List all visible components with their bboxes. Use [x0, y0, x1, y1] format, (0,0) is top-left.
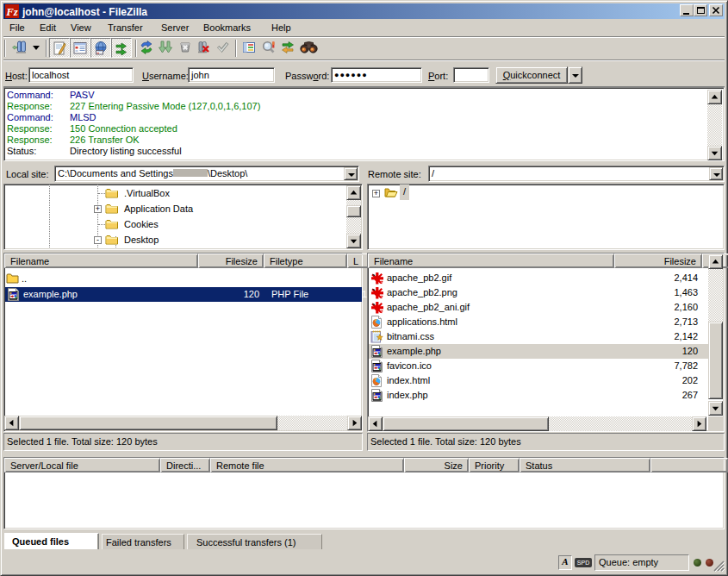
- svg-text:Fz: Fz: [5, 5, 19, 18]
